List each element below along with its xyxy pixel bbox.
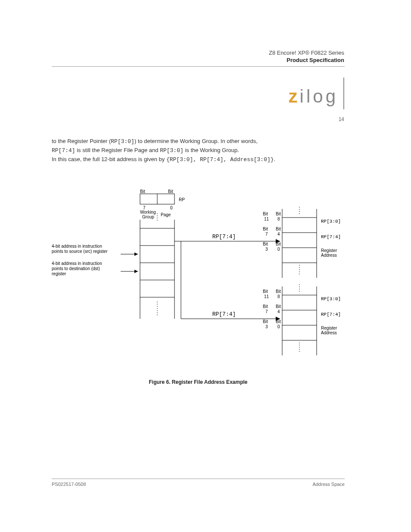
- svg-text:Bit: Bit: [263, 227, 268, 231]
- svg-text:0: 0: [277, 247, 280, 252]
- svg-text:Bit: Bit: [263, 289, 268, 294]
- svg-text:3: 3: [265, 247, 268, 252]
- reg-addr-top: RegisterAddress: [321, 248, 337, 258]
- right-ladder-top: [282, 207, 317, 278]
- svg-text:Bit: Bit: [276, 212, 281, 216]
- rp30-inline: RP[3:0]: [111, 138, 134, 145]
- p1-c: is still the Register File Page and: [75, 147, 160, 153]
- footer-right: Address Space: [312, 482, 345, 487]
- p1-a: to the Register Pointer (: [52, 138, 111, 144]
- svg-text:RP[7:4]: RP[7:4]: [321, 312, 341, 317]
- svg-text:Bit: Bit: [276, 242, 281, 246]
- page-header: Z8 Encore! XP® F0822 Series Product Spec…: [51, 50, 344, 63]
- dst-annotation: 4-bit address in instruction points to d…: [52, 261, 103, 276]
- rp74-arrow-bot: RP[7:4]: [212, 311, 236, 317]
- svg-text:0: 0: [277, 324, 280, 329]
- figure-6: Bit 7 Bit 0 RP WorkingGroup Page: [52, 190, 345, 370]
- svg-text:4: 4: [277, 309, 280, 314]
- p2-a: In this case, the full 12-bit address is…: [52, 156, 166, 162]
- figure-caption: Figure 6. Register File Address Example: [52, 379, 345, 385]
- svg-text:11: 11: [264, 217, 269, 221]
- p2-b: .: [274, 156, 276, 162]
- addr-expr: {RP[3:0], RP[7:4], Address[3:0]}: [166, 156, 274, 163]
- bit0-lbl: Bit: [168, 190, 173, 194]
- svg-text:Bit: Bit: [263, 319, 268, 324]
- svg-text:4: 4: [277, 232, 280, 236]
- header-rule: [52, 66, 345, 67]
- rp74-arrow-top: RP[7:4]: [212, 233, 236, 240]
- bit7-lbl: Bit: [140, 190, 145, 194]
- rp-label: RP: [179, 197, 185, 202]
- svg-marker-13: [134, 252, 138, 256]
- zilog-logo: z ilog: [289, 78, 344, 109]
- svg-text:Bit: Bit: [276, 319, 281, 324]
- svg-text:7: 7: [265, 232, 268, 236]
- p1-b: ) to determine the Working Group. In oth…: [134, 138, 258, 144]
- figure-svg: Bit 7 Bit 0 RP WorkingGroup Page: [52, 190, 345, 370]
- svg-text:RP[3:0]: RP[3:0]: [321, 296, 341, 302]
- doc-title: Z8 Encore! XP® F0822 Series: [51, 50, 344, 56]
- rp74-inline: RP[7:4]: [52, 147, 75, 154]
- bot-addr-labels: BitBit 118 BitBit 74 BitBit 30 RP[3:0] R…: [263, 289, 341, 335]
- svg-text:RP[3:0]: RP[3:0]: [321, 219, 341, 224]
- svg-text:7: 7: [265, 309, 268, 314]
- page-label: Page: [161, 212, 171, 217]
- svg-text:8: 8: [277, 294, 280, 299]
- page-number: 14: [339, 116, 344, 122]
- src-annotation: 4-bit address in instruction points to s…: [52, 244, 108, 254]
- svg-text:Bit: Bit: [263, 242, 268, 246]
- top-addr-labels: BitBit 118 BitBit 74 BitBit 30 RP[3:0] R…: [263, 212, 341, 258]
- svg-text:Bit: Bit: [276, 289, 281, 294]
- rp30-inline2: RP[3:0]: [160, 147, 184, 154]
- paragraph-1: to the Register Pointer (RP[3:0]) to det…: [52, 137, 345, 155]
- wg-label: WorkingGroup: [140, 210, 156, 219]
- doc-subtitle: Product Specification: [51, 57, 344, 63]
- svg-text:Bit: Bit: [276, 227, 281, 231]
- paragraph-2: In this case, the full 12-bit address is…: [52, 155, 345, 164]
- svg-text:Bit: Bit: [263, 212, 268, 216]
- svg-text:Bit: Bit: [276, 304, 281, 309]
- svg-text:3: 3: [265, 324, 268, 329]
- svg-text:RP[7:4]: RP[7:4]: [321, 234, 341, 240]
- left-ladder: [140, 213, 174, 319]
- svg-text:11: 11: [264, 294, 269, 299]
- bit0n-lbl: 0: [170, 205, 173, 210]
- reg-addr-bot: RegisterAddress: [321, 326, 337, 335]
- rp-register-box: Bit 7 Bit 0 RP WorkingGroup Page: [140, 190, 185, 219]
- svg-text:Bit: Bit: [263, 304, 268, 309]
- footer-left: PS022517-0508: [52, 482, 86, 487]
- p1-d: is the Working Group.: [184, 147, 239, 153]
- page-footer: PS022517-0508 Address Space: [52, 479, 345, 487]
- logo-rest: ilog: [300, 86, 338, 107]
- svg-marker-15: [134, 270, 138, 273]
- right-ladder-bottom: [282, 284, 317, 355]
- svg-text:8: 8: [277, 217, 280, 221]
- logo-accent: z: [289, 86, 298, 107]
